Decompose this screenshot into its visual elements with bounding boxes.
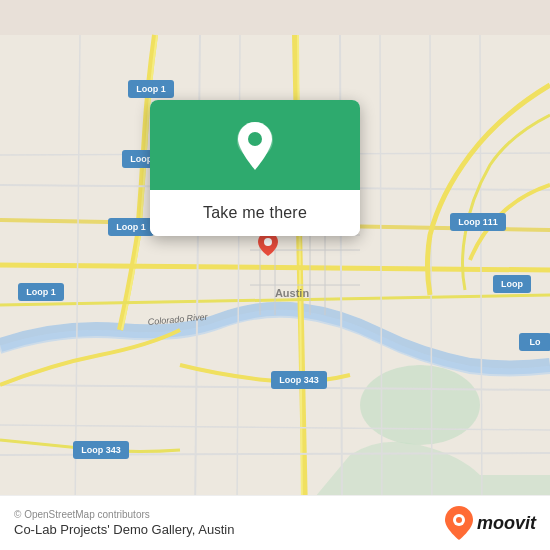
location-pin-icon bbox=[233, 120, 277, 172]
svg-point-49 bbox=[264, 238, 272, 246]
popup-card: Take me there bbox=[150, 100, 360, 236]
svg-text:Loop 343: Loop 343 bbox=[279, 375, 319, 385]
popup-header bbox=[150, 100, 360, 190]
svg-text:Austin: Austin bbox=[275, 287, 310, 299]
moovit-pin-icon bbox=[445, 506, 473, 540]
location-name: Co-Lab Projects' Demo Gallery, Austin bbox=[14, 522, 234, 537]
svg-text:Loop 1: Loop 1 bbox=[136, 84, 166, 94]
take-me-there-button[interactable]: Take me there bbox=[150, 190, 360, 236]
svg-point-48 bbox=[248, 132, 262, 146]
map-container: Loop 1 Loop 1 Loop 1 Loop 1 Loop 111 Loo… bbox=[0, 0, 550, 550]
svg-text:Loop 1: Loop 1 bbox=[116, 222, 146, 232]
map-attribution: © OpenStreetMap contributors bbox=[14, 509, 234, 520]
svg-text:Loop 1: Loop 1 bbox=[26, 287, 56, 297]
svg-point-51 bbox=[456, 517, 462, 523]
moovit-logo: moovit bbox=[445, 506, 536, 540]
svg-text:Lo: Lo bbox=[530, 337, 541, 347]
svg-text:Loop 343: Loop 343 bbox=[81, 445, 121, 455]
map-background: Loop 1 Loop 1 Loop 1 Loop 1 Loop 111 Loo… bbox=[0, 0, 550, 550]
bottom-left: © OpenStreetMap contributors Co-Lab Proj… bbox=[14, 509, 234, 537]
svg-text:Loop 111: Loop 111 bbox=[458, 217, 498, 227]
svg-point-2 bbox=[360, 365, 480, 445]
moovit-brand-text: moovit bbox=[477, 513, 536, 534]
bottom-bar: © OpenStreetMap contributors Co-Lab Proj… bbox=[0, 495, 550, 550]
svg-text:Loop: Loop bbox=[501, 279, 523, 289]
